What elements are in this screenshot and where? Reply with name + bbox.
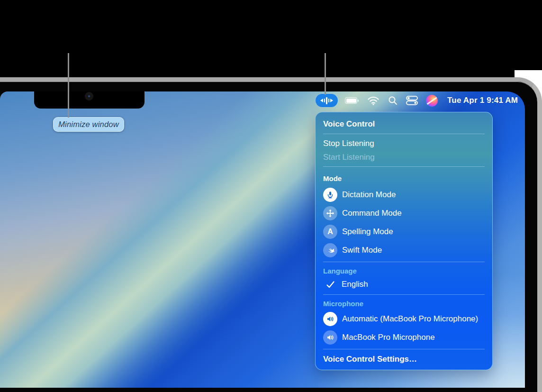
divider [323,294,485,295]
speaker-icon [323,312,337,326]
menu-item-automatic-microphone[interactable]: Automatic (MacBook Pro Microphone) [316,310,492,328]
voice-control-menu: Voice Control Stop Listening Start Liste… [315,112,493,370]
language-section-header: Language [316,264,492,277]
swift-bird-icon [323,243,337,257]
voice-control-icon [320,99,323,102]
voice-command-bubble: Minimize window [53,117,124,132]
menu-item-label: Automatic (MacBook Pro Microphone) [342,314,478,324]
divider [323,134,485,134]
figure-black-background [0,0,542,77]
siri-icon[interactable] [426,95,438,107]
divider [323,262,485,262]
speaker-icon [323,330,337,345]
menu-item-label: Swift Mode [342,246,382,255]
menu-bar: Tue Apr 1 9:41 AM [316,93,518,108]
checkmark-icon [326,281,335,289]
battery-icon[interactable] [345,97,359,104]
camera-icon [85,92,93,100]
divider [323,166,485,167]
callout-line-voice-control [325,53,326,95]
voice-control-menu-extra[interactable] [316,94,338,107]
macbook-display-frame: Tue Apr 1 9:41 AM Minimize window Voice … [0,77,542,392]
menu-item-swift-mode[interactable]: Swift Mode [316,241,492,259]
microphone-icon [323,188,337,202]
search-icon[interactable] [388,96,397,105]
menu-item-label: Dictation Mode [342,190,396,200]
menu-item-label: Command Mode [342,209,402,218]
menu-item-label: Spelling Mode [342,227,393,237]
menu-item-voice-control-settings[interactable]: Voice Control Settings… [316,352,492,367]
menu-item-label: English [342,280,368,289]
letter-a-icon: A [323,225,337,239]
menu-bar-clock[interactable]: Tue Apr 1 9:41 AM [447,96,518,105]
divider [323,349,485,349]
menu-item-spelling-mode[interactable]: A Spelling Mode [316,222,492,241]
menu-title: Voice Control [316,117,492,131]
menu-item-stop-listening[interactable]: Stop Listening [316,137,492,151]
move-arrows-icon [323,206,337,220]
menu-item-start-listening: Start Listening [316,151,492,164]
menu-item-macbook-microphone[interactable]: MacBook Pro Microphone [316,328,492,346]
voice-command-text: Minimize window [58,120,119,129]
menu-item-dictation-mode[interactable]: Dictation Mode [316,185,492,204]
documentation-figure: Tue Apr 1 9:41 AM Minimize window Voice … [0,0,542,392]
wifi-icon[interactable] [367,96,379,105]
display-notch [34,91,145,109]
microphone-section-header: Microphone [316,297,492,310]
menu-item-command-mode[interactable]: Command Mode [316,204,492,222]
mode-section-header: Mode [316,169,492,185]
callout-line-minimize [68,53,69,118]
control-center-icon[interactable] [406,96,418,105]
menu-item-english[interactable]: English [316,277,492,292]
desktop-wallpaper: Tue Apr 1 9:41 AM Minimize window Voice … [0,91,525,388]
menu-item-label: MacBook Pro Microphone [342,333,435,342]
